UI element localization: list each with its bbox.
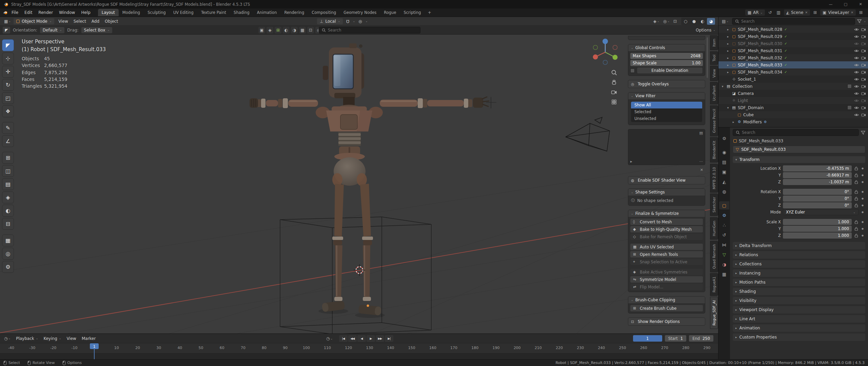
toggle-xray-button[interactable]: ⊡: [672, 18, 678, 24]
collection-checkbox[interactable]: [847, 84, 852, 88]
new-viewlayer-icon[interactable]: ⊞: [858, 9, 864, 16]
max-shapes-field[interactable]: Max Shapes2048: [630, 53, 703, 59]
collapsed-panel-header[interactable]: ▸ Custom Properties: [733, 333, 865, 341]
create-brush-cube-button[interactable]: ⊞ Create Brush Cube: [630, 305, 703, 311]
shading-mode-button[interactable]: ●: [690, 18, 698, 25]
playhead[interactable]: 1: [90, 343, 99, 360]
disclosure-arrow-icon[interactable]: ▸: [726, 49, 730, 53]
new-scene-icon[interactable]: ⊞: [812, 9, 818, 16]
shape-scale-field[interactable]: Shape Scale1.00: [630, 60, 703, 66]
enable-sdf-shader-button[interactable]: ◍ Enable SDF Shader View: [628, 176, 705, 184]
disable-render-camera-icon[interactable]: [861, 84, 866, 89]
disable-render-camera-icon[interactable]: [861, 48, 866, 53]
workspace-tab[interactable]: Animation: [253, 9, 281, 16]
viewport-tool-button[interactable]: ⊹: [2, 53, 14, 64]
transport-button[interactable]: ▶▶: [376, 335, 384, 342]
collapsed-panel-header[interactable]: ▸ Shading: [733, 288, 865, 295]
menubar-menu[interactable]: File: [8, 9, 21, 16]
sidebar-tab[interactable]: HumGen: [710, 217, 718, 240]
value-field[interactable]: 0° ⌄: [783, 202, 852, 208]
outliner-row[interactable]: ▢ Cube: [718, 111, 868, 118]
value-field[interactable]: 1.000 ⌄: [783, 219, 852, 225]
viewport-menu[interactable]: View: [56, 18, 71, 25]
transport-button[interactable]: ▶|: [385, 335, 393, 342]
toggle-icon[interactable]: ◈: [267, 27, 273, 34]
workspace-tab[interactable]: UV Editing: [170, 9, 197, 16]
enable-decimation-button[interactable]: Enable Decimation: [637, 67, 703, 74]
outliner-row[interactable]: ▸ ▢ SDF_Mesh_Result.030 ✓: [718, 40, 868, 47]
outliner-row[interactable]: ▸ ▢ SDF_Mesh_Result.031 ✓: [718, 47, 868, 54]
sdf-action-button[interactable]: ⇌ Flip Model...: [630, 284, 703, 290]
lock-icon[interactable]: [854, 190, 859, 194]
menubar-menu[interactable]: Help: [78, 9, 93, 16]
chevron-down-icon[interactable]: ⌄: [864, 20, 866, 23]
collapsed-panel-header[interactable]: ▸ Instancing: [733, 269, 865, 277]
disable-render-camera-icon[interactable]: [861, 27, 866, 32]
collapsed-panel-header[interactable]: ▸ Motion Paths: [733, 279, 865, 286]
filter-option[interactable]: Selected: [631, 108, 702, 115]
show-gizmo-button[interactable]: ◈⌄: [652, 18, 661, 24]
collapsed-panel-header[interactable]: ▸ Viewport Display: [733, 306, 865, 313]
properties-tab[interactable]: ▢: [719, 201, 729, 209]
outliner-row[interactable]: ▾ ▤ SDF_Domain: [718, 104, 868, 111]
sdf-action-button[interactable]: ◆ Bake to High-Quality Mesh: [630, 226, 703, 232]
outliner-search[interactable]: [732, 18, 855, 25]
viewport-tool-button[interactable]: ◰: [2, 92, 14, 104]
animate-dot-icon[interactable]: ●: [861, 227, 865, 230]
workspace-tab[interactable]: Rogue: [380, 9, 400, 16]
value-field[interactable]: 1.000 ⌄: [783, 226, 852, 232]
viewport-menu[interactable]: Select: [71, 18, 89, 25]
animate-dot-icon[interactable]: ●: [861, 221, 865, 223]
properties-tab[interactable]: ▣: [719, 168, 729, 176]
disclosure-arrow-icon[interactable]: ▾: [721, 85, 725, 88]
hide-eye-icon[interactable]: [854, 77, 859, 82]
search-input[interactable]: [741, 19, 852, 24]
viewport-tool-button[interactable]: ⊟: [2, 218, 14, 230]
value-field[interactable]: -0.66917 m ⌄: [783, 172, 852, 178]
timeline-channels[interactable]: [0, 353, 718, 359]
disable-render-camera-icon[interactable]: [861, 41, 866, 46]
timeline-menu[interactable]: View ⌄: [64, 335, 79, 342]
viewport-tool-button[interactable]: ◈: [2, 191, 14, 203]
active-tool-icon[interactable]: ◤: [3, 27, 10, 34]
hide-eye-icon[interactable]: [854, 41, 859, 46]
hide-eye-icon[interactable]: [854, 70, 859, 75]
properties-tab[interactable]: ▦: [719, 270, 729, 278]
toggle-overlays-button[interactable]: ◎ Toggle Overlays: [628, 80, 705, 88]
collection-checkbox[interactable]: [847, 105, 852, 110]
animate-dot-icon[interactable]: ●: [861, 204, 865, 207]
editor-type-selector[interactable]: ▤⌄: [721, 18, 730, 24]
disclosure-arrow-icon[interactable]: ▸: [726, 70, 730, 74]
camera-view-icon[interactable]: [611, 89, 617, 96]
outliner-row[interactable]: ◪ Camera: [718, 90, 868, 97]
outliner-row[interactable]: ▸ ▢ SDF_Mesh_Result.034 ✓: [718, 68, 868, 76]
disclosure-arrow-icon[interactable]: ▸: [726, 42, 730, 45]
workspace-tab[interactable]: Sculpting: [144, 9, 170, 16]
scene-selector[interactable]: ◭ Scene ✕: [784, 9, 810, 16]
toggle-icon[interactable]: ⊞: [275, 27, 281, 34]
transform-orientation-selector[interactable]: ⊥ Local ⌄: [317, 18, 343, 24]
workspace-tab[interactable]: Compositing: [308, 9, 340, 16]
animate-dot-icon[interactable]: ●: [861, 190, 865, 193]
value-field[interactable]: -0.47535 m ⌄: [783, 165, 852, 171]
viewport-tool-button[interactable]: ∠: [2, 135, 14, 147]
lock-icon[interactable]: [854, 227, 859, 231]
properties-tab[interactable]: ▤: [719, 158, 729, 166]
animate-dot-icon[interactable]: ●: [861, 167, 865, 170]
shading-mode-button[interactable]: ○: [682, 18, 690, 25]
lock-icon[interactable]: [854, 173, 859, 177]
hide-eye-icon[interactable]: [854, 105, 859, 110]
hide-eye-icon[interactable]: [854, 98, 859, 103]
viewport-tool-button[interactable]: ↻: [2, 79, 14, 91]
options-button[interactable]: Options ⌄: [696, 28, 715, 33]
viewport-menu[interactable]: Add: [89, 18, 102, 25]
expand-icon[interactable]: ▸: [630, 159, 632, 164]
menubar-menu[interactable]: Window: [56, 9, 78, 16]
sidebar-tab[interactable]: BlenderKit: [710, 137, 718, 163]
viewport-canvas[interactable]: User Perspective (1) Robot | SDF_Mesh_Re…: [0, 35, 718, 333]
animate-dot-icon[interactable]: ●: [861, 181, 865, 183]
decimation-checkbox[interactable]: [630, 68, 635, 73]
timeline-menu[interactable]: Keying ⌄: [41, 335, 64, 342]
workspace-tab[interactable]: Shading: [230, 9, 253, 16]
viewport-tool-button[interactable]: ⊞: [2, 152, 14, 164]
